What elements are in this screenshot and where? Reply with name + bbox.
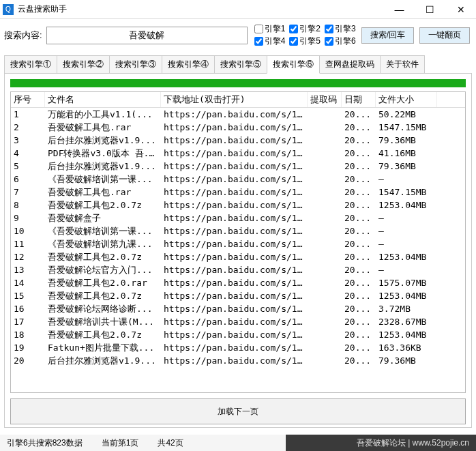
tab-engine3[interactable]: 搜索引擎③ <box>109 55 162 74</box>
progress-bar <box>10 79 466 87</box>
cell-url: https://pan.baidu.com/s/13... <box>161 302 308 315</box>
cell-url: https://pan.baidu.com/s/1D... <box>161 160 308 173</box>
search-row: 搜索内容: 引擎1 引擎2 引擎3 引擎4 引擎5 引擎6 搜索/回车 一键翻页 <box>0 19 476 51</box>
page-button[interactable]: 一键翻页 <box>419 27 470 44</box>
status-left: 引擎6共搜索823数据 当前第1页 共42页 <box>0 437 183 449</box>
table-row[interactable]: 7吾爱破解工具包.rarhttps://pan.baidu.com/s/1m..… <box>11 186 465 199</box>
cell-code <box>308 134 342 147</box>
engine2-checkbox[interactable]: 引擎2 <box>289 23 321 35</box>
engine5-checkbox[interactable]: 引擎5 <box>289 35 321 47</box>
cell-name: 吾爱破解工具包2.0.rar <box>45 276 161 289</box>
cell-date: 20... <box>342 302 376 315</box>
tab-engine6[interactable]: 搜索引擎⑥ <box>267 55 320 74</box>
results-body[interactable]: 1万能君的小工具v1.1(...https://pan.baidu.com/s/… <box>11 108 465 393</box>
cell-name: 吾爱破解论坛官方入门... <box>45 263 161 276</box>
cell-size: 3.72MB <box>376 302 437 315</box>
table-row[interactable]: 16吾爱破解论坛网络诊断...https://pan.baidu.com/s/1… <box>11 302 465 315</box>
cell-url: https://pan.baidu.com/s/1P... <box>161 134 308 147</box>
table-row[interactable]: 18吾爱破解工具包2.0.7zhttps://pan.baidu.com/s/1… <box>11 328 465 341</box>
cell-name: 吾爱破解工具包2.0.7z <box>45 328 161 341</box>
cell-code <box>308 212 342 224</box>
table-row[interactable]: 4PDF转换器v3.0版本 吾...https://pan.baidu.com/… <box>11 147 465 160</box>
cell-url: https://pan.baidu.com/s/17... <box>161 224 308 237</box>
cell-url: https://pan.baidu.com/s/1b... <box>161 237 308 250</box>
engine1-checkbox[interactable]: 引擎1 <box>254 23 286 35</box>
load-more-button[interactable]: 加载下一页 <box>10 398 466 424</box>
close-button[interactable]: ✕ <box>445 0 476 19</box>
table-row[interactable]: 19Fatkun+图片批量下载...https://pan.baidu.com/… <box>11 341 465 354</box>
cell-n: 2 <box>11 121 45 134</box>
col-num[interactable]: 序号 <box>11 92 45 107</box>
tab-engine1[interactable]: 搜索引擎① <box>4 55 57 74</box>
search-input[interactable] <box>46 27 248 44</box>
cell-n: 8 <box>11 199 45 212</box>
minimize-button[interactable]: — <box>384 0 415 19</box>
engine4-checkbox[interactable]: 引擎4 <box>254 35 286 47</box>
table-header: 序号 文件名 下载地址(双击打开) 提取码 日期 文件大小 <box>11 92 465 108</box>
col-size[interactable]: 文件大小 <box>376 92 437 107</box>
cell-code <box>308 186 342 199</box>
table-row[interactable]: 5后台挂尔雅浏览器v1.9...https://pan.baidu.com/s/… <box>11 160 465 173</box>
cell-date: 20... <box>342 108 376 121</box>
cell-date: 20... <box>342 341 376 354</box>
table-row[interactable]: 9吾爱破解盒子https://pan.baidu.com/s/1f...20..… <box>11 212 465 224</box>
cell-date: 20... <box>342 160 376 173</box>
cell-date: 20... <box>342 173 376 186</box>
cell-code <box>308 315 342 328</box>
cell-date: 20... <box>342 328 376 341</box>
table-row[interactable]: 6《吾爱破解培训第一课...https://pan.baidu.com/s/14… <box>11 173 465 186</box>
cell-n: 3 <box>11 134 45 147</box>
search-label: 搜索内容: <box>4 29 42 42</box>
cell-name: 《吾爱破解培训第一课... <box>45 173 161 186</box>
table-row[interactable]: 20后台挂尔雅浏览器v1.9...https://pan.baidu.com/s… <box>11 354 465 367</box>
cell-name: PDF转换器v3.0版本 吾... <box>45 147 161 160</box>
table-row[interactable]: 14吾爱破解工具包2.0.rarhttps://pan.baidu.com/s/… <box>11 276 465 289</box>
cell-code <box>308 341 342 354</box>
cell-url: https://pan.baidu.com/s/12... <box>161 250 308 263</box>
tab-engine5[interactable]: 搜索引擎⑤ <box>214 55 267 74</box>
table-row[interactable]: 1万能君的小工具v1.1(...https://pan.baidu.com/s/… <box>11 108 465 121</box>
table-row[interactable]: 15吾爱破解工具包2.0.7zhttps://pan.baidu.com/s/1… <box>11 289 465 302</box>
engine3-checkbox[interactable]: 引擎3 <box>325 23 356 35</box>
cell-size: 1547.15MB <box>376 121 437 134</box>
col-code[interactable]: 提取码 <box>308 92 342 107</box>
table-row[interactable]: 2吾爱破解工具包.rarhttps://pan.baidu.com/s/1p..… <box>11 121 465 134</box>
cell-date: 20... <box>342 121 376 134</box>
titlebar: Q 云盘搜索助手 — ☐ ✕ <box>0 0 476 19</box>
engine6-checkbox[interactable]: 引擎6 <box>325 35 356 47</box>
cell-n: 6 <box>11 173 45 186</box>
status-total: 共42页 <box>158 437 183 449</box>
cell-code <box>308 276 342 289</box>
tab-engine4[interactable]: 搜索引擎④ <box>162 55 215 74</box>
cell-size: — <box>376 173 437 186</box>
col-name[interactable]: 文件名 <box>45 92 161 107</box>
table-row[interactable]: 17吾爱破解培训共十课(M...https://pan.baidu.com/s/… <box>11 315 465 328</box>
cell-date: 20... <box>342 224 376 237</box>
table-row[interactable]: 13吾爱破解论坛官方入门...https://pan.baidu.com/s/1… <box>11 263 465 276</box>
cell-code <box>308 121 342 134</box>
tab-about[interactable]: 关于软件 <box>380 55 425 74</box>
cell-name: 吾爱破解工具包2.0.7z <box>45 250 161 263</box>
cell-code <box>308 108 342 121</box>
table-row[interactable]: 3后台挂尔雅浏览器v1.9...https://pan.baidu.com/s/… <box>11 134 465 147</box>
cell-name: 吾爱破解工具包.rar <box>45 186 161 199</box>
cell-name: 万能君的小工具v1.1(... <box>45 108 161 121</box>
cell-name: 吾爱破解培训共十课(M... <box>45 315 161 328</box>
table-row[interactable]: 11《吾爱破解培训第九课...https://pan.baidu.com/s/1… <box>11 237 465 250</box>
table-row[interactable]: 8吾爱破解工具包2.0.7zhttps://pan.baidu.com/s/1T… <box>11 199 465 212</box>
window-controls: — ☐ ✕ <box>384 0 476 19</box>
table-row[interactable]: 10《吾爱破解培训第一课...https://pan.baidu.com/s/1… <box>11 224 465 237</box>
cell-size: 79.36MB <box>376 354 437 367</box>
tab-engine2[interactable]: 搜索引擎② <box>57 55 110 74</box>
maximize-button[interactable]: ☐ <box>415 0 445 19</box>
cell-size: — <box>376 212 437 224</box>
cell-size: 1253.04MB <box>376 199 437 212</box>
tab-extract-code[interactable]: 查网盘提取码 <box>319 55 381 74</box>
window-title: 云盘搜索助手 <box>18 3 384 15</box>
table-row[interactable]: 12吾爱破解工具包2.0.7zhttps://pan.baidu.com/s/1… <box>11 250 465 263</box>
cell-n: 18 <box>11 328 45 341</box>
tabs: 搜索引擎① 搜索引擎② 搜索引擎③ 搜索引擎④ 搜索引擎⑤ 搜索引擎⑥ 查网盘提… <box>0 55 476 74</box>
col-url[interactable]: 下载地址(双击打开) <box>161 92 308 107</box>
col-date[interactable]: 日期 <box>342 92 376 107</box>
search-button[interactable]: 搜索/回车 <box>361 27 414 44</box>
